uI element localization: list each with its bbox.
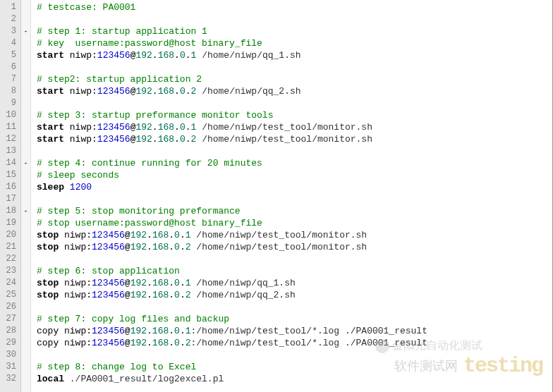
token-number: 123456 bbox=[92, 338, 125, 348]
line-number: 12 bbox=[0, 133, 20, 145]
code-line[interactable]: # sleep seconds bbox=[37, 169, 552, 181]
token-ip: 0 bbox=[174, 338, 180, 348]
token-comment: # sleep seconds bbox=[37, 170, 119, 180]
token-at: @ bbox=[125, 290, 130, 300]
fold-marker bbox=[21, 313, 30, 325]
token-number: 123456 bbox=[97, 134, 130, 145]
token-plain: . bbox=[186, 50, 191, 61]
fold-marker[interactable]: - bbox=[21, 25, 30, 37]
line-number: 20 bbox=[0, 229, 20, 241]
token-number: 123456 bbox=[92, 290, 125, 300]
code-line[interactable]: # step 8: change log to Excel bbox=[37, 361, 552, 373]
code-line[interactable]: copy niwp:123456@192.168.0.2:/home/niwp/… bbox=[37, 337, 552, 349]
token-ip: 0 bbox=[174, 326, 180, 336]
code-line[interactable] bbox=[37, 61, 552, 73]
token-plain: niwp: bbox=[64, 50, 97, 61]
token-at: @ bbox=[125, 230, 130, 240]
code-line[interactable] bbox=[37, 13, 552, 25]
code-area[interactable]: # testcase: PA0001# step 1: startup appl… bbox=[31, 0, 553, 392]
token-comment: # step 8: change log to Excel bbox=[37, 362, 196, 372]
token-plain: niwp: bbox=[59, 242, 92, 252]
fold-marker[interactable]: - bbox=[21, 157, 30, 169]
token-ip: 192 bbox=[135, 86, 152, 97]
code-line[interactable]: start niwp:123456@192.168.0.1 /home/niwp… bbox=[37, 121, 552, 133]
code-line[interactable]: start niwp:123456@192.168.0.1 /home/niwp… bbox=[37, 49, 552, 61]
token-ip: 0 bbox=[174, 230, 180, 240]
code-line[interactable] bbox=[37, 301, 552, 313]
fold-marker bbox=[21, 1, 30, 13]
code-line[interactable]: # step 7: copy log files and backup bbox=[37, 313, 552, 325]
code-line[interactable]: # step 6: stop application bbox=[37, 265, 552, 277]
token-path: ./PA0001_result/log2excel.pl bbox=[64, 374, 224, 384]
fold-column[interactable]: --- bbox=[21, 0, 31, 392]
code-line[interactable]: stop niwp:123456@192.168.0.2 /home/niwp/… bbox=[37, 289, 552, 301]
line-number: 7 bbox=[0, 73, 20, 85]
fold-marker bbox=[21, 337, 30, 349]
token-plain: niwp: bbox=[59, 290, 92, 300]
token-plain: . bbox=[147, 290, 152, 300]
token-keyword: stop bbox=[37, 290, 59, 300]
token-ip: 192 bbox=[135, 122, 152, 133]
code-line[interactable]: # step2: startup application 2 bbox=[37, 73, 552, 85]
code-line[interactable] bbox=[37, 145, 552, 157]
token-comment: # step2: startup application 2 bbox=[37, 74, 202, 85]
fold-marker bbox=[21, 13, 30, 25]
token-plain: niwp: bbox=[64, 122, 97, 133]
token-plain: . bbox=[180, 230, 186, 240]
code-line[interactable]: # stop username:password@host binary_fil… bbox=[37, 217, 552, 229]
code-line[interactable] bbox=[37, 97, 552, 109]
code-line[interactable] bbox=[37, 253, 552, 265]
code-line[interactable]: # step 3: startup preformance monitor to… bbox=[37, 109, 552, 121]
code-line[interactable] bbox=[37, 193, 552, 205]
token-comment: # stop username:password@host binary_fil… bbox=[37, 218, 262, 228]
fold-marker bbox=[21, 289, 30, 301]
fold-marker bbox=[21, 73, 30, 85]
fold-marker bbox=[21, 277, 30, 289]
token-plain: . bbox=[180, 290, 186, 300]
code-line[interactable]: sleep 1200 bbox=[37, 181, 552, 193]
token-plain: . bbox=[169, 290, 174, 300]
token-comment: # step 6: stop application bbox=[37, 266, 180, 276]
line-number: 14 bbox=[0, 157, 20, 169]
code-line[interactable]: # step 4: continue running for 20 minute… bbox=[37, 157, 552, 169]
code-line[interactable]: # testcase: PA0001 bbox=[37, 1, 552, 13]
token-plain: niwp: bbox=[59, 230, 92, 240]
code-line[interactable]: # step 1: startup application 1 bbox=[37, 25, 552, 37]
code-line[interactable]: # key username:password@host binary_file bbox=[37, 37, 552, 49]
token-number: 1200 bbox=[70, 182, 92, 192]
token-plain bbox=[64, 182, 70, 192]
token-plain: . bbox=[147, 278, 152, 288]
code-line[interactable]: copy niwp:123456@192.168.0.1:/home/niwp/… bbox=[37, 325, 552, 337]
code-editor[interactable]: 1234567891011121314151617181920212223242… bbox=[0, 0, 553, 392]
code-line[interactable]: stop niwp:123456@192.168.0.1 /home/niwp/… bbox=[37, 229, 552, 241]
token-ip: 168 bbox=[158, 50, 174, 61]
token-plain: copy niwp: bbox=[37, 326, 92, 336]
line-number: 1 bbox=[0, 1, 20, 13]
token-ip: 168 bbox=[152, 278, 169, 288]
code-line[interactable]: stop niwp:123456@192.168.0.1 /home/niwp/… bbox=[37, 277, 552, 289]
fold-marker bbox=[21, 241, 30, 253]
code-line[interactable]: # step 5: stop monitoring preformance bbox=[37, 205, 552, 217]
token-plain: . bbox=[152, 122, 158, 133]
token-ip: 192 bbox=[130, 278, 147, 288]
token-plain: niwp: bbox=[59, 278, 92, 288]
code-line[interactable]: local ./PA0001_result/log2excel.pl bbox=[37, 373, 552, 385]
token-plain: niwp: bbox=[64, 134, 97, 145]
token-ip: 1 bbox=[186, 326, 191, 336]
code-line[interactable] bbox=[37, 349, 552, 361]
token-ip: 0 bbox=[174, 278, 180, 288]
fold-marker[interactable]: - bbox=[21, 205, 30, 217]
token-at: @ bbox=[125, 338, 130, 348]
fold-marker bbox=[21, 217, 30, 229]
token-ip: 1 bbox=[186, 278, 191, 288]
token-ip: 168 bbox=[158, 134, 174, 145]
token-comment: # key username:password@host binary_file bbox=[37, 38, 262, 49]
code-line[interactable]: start niwp:123456@192.168.0.2 /home/niwp… bbox=[37, 85, 552, 97]
line-number: 32 bbox=[0, 373, 20, 385]
fold-marker bbox=[21, 97, 30, 109]
code-line[interactable]: start niwp:123456@192.168.0.2 /home/niwp… bbox=[37, 133, 552, 145]
code-line[interactable]: stop niwp:123456@192.168.0.2 /home/niwp/… bbox=[37, 241, 552, 253]
token-plain: . bbox=[147, 242, 152, 252]
token-comment: # step 1: startup application 1 bbox=[37, 26, 207, 37]
token-keyword: start bbox=[37, 86, 64, 97]
